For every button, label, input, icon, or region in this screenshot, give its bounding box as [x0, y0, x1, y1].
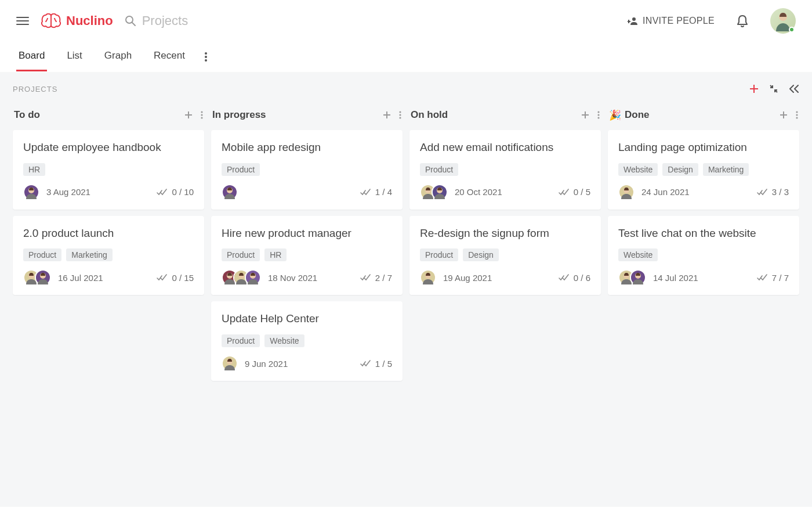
column-more-icon[interactable]	[597, 111, 600, 119]
brand-logo[interactable]: Nuclino	[41, 13, 113, 28]
checklist-icon	[757, 189, 767, 196]
card-tags: ProductMarketing	[23, 248, 194, 261]
svg-point-0	[126, 16, 133, 23]
avatar	[420, 269, 436, 286]
add-card-icon[interactable]	[383, 111, 391, 119]
progress-text: 0 / 6	[574, 273, 590, 283]
checklist-icon	[360, 189, 371, 196]
avatar	[432, 184, 448, 200]
collapse-icon[interactable]	[769, 84, 778, 93]
profile-avatar[interactable]	[770, 8, 796, 34]
card-date: 19 Aug 2021	[443, 273, 492, 283]
tab-list[interactable]: List	[64, 42, 84, 71]
invite-people-button[interactable]: INVITE PEOPLE	[628, 16, 715, 26]
card-footer: 20 Oct 2021 0 / 5	[420, 184, 590, 200]
checklist-icon	[360, 274, 371, 281]
tag: Product	[222, 163, 260, 176]
avatar	[222, 184, 238, 200]
card-progress: 1 / 5	[360, 359, 392, 369]
card[interactable]: Update Help Center ProductWebsite 9 Jun …	[211, 301, 403, 381]
card-title: Update employee handbook	[23, 140, 194, 155]
avatar	[23, 184, 39, 200]
card-title: Hire new product manager	[222, 226, 392, 241]
card[interactable]: Update employee handbook HR 3 Aug 2021 0…	[13, 130, 204, 210]
column-title-text: Done	[625, 109, 650, 121]
add-card-icon[interactable]	[581, 111, 589, 119]
card-title: Add new email notifications	[420, 140, 590, 155]
menu-icon[interactable]	[16, 17, 29, 25]
tab-graph[interactable]: Graph	[102, 42, 134, 71]
card-progress: 3 / 3	[757, 187, 789, 197]
column-header: To do	[13, 106, 204, 124]
card[interactable]: Add new email notifications Product 20 O…	[409, 130, 601, 210]
card[interactable]: Landing page optimization WebsiteDesignM…	[608, 130, 799, 210]
card-tags: WebsiteDesignMarketing	[618, 163, 789, 176]
card-date: 16 Jul 2021	[58, 273, 103, 283]
checklist-icon	[757, 274, 767, 281]
search-input[interactable]	[142, 13, 293, 28]
card[interactable]: 2.0 product launch ProductMarketing 16 J…	[13, 216, 204, 296]
notifications-icon[interactable]	[737, 15, 748, 27]
progress-text: 3 / 3	[772, 187, 789, 197]
tag: Website	[618, 248, 658, 261]
column-more-icon[interactable]	[399, 111, 401, 119]
tag: Design	[463, 248, 499, 261]
checklist-icon	[559, 189, 569, 196]
tab-more-icon[interactable]	[205, 52, 207, 62]
avatar	[222, 355, 238, 372]
card-title: Mobile app redesign	[222, 140, 392, 155]
column-more-icon[interactable]	[201, 111, 203, 119]
avatar-stack	[618, 184, 635, 200]
card-progress: 7 / 7	[757, 273, 789, 283]
card[interactable]: Test live chat on the website Website 14…	[608, 216, 799, 296]
column-header: On hold	[409, 106, 601, 124]
search[interactable]	[125, 13, 293, 28]
card-meta: 19 Aug 2021	[420, 269, 492, 286]
card-title: 2.0 product launch	[23, 226, 194, 241]
card-footer: 24 Jun 2021 3 / 3	[618, 184, 789, 200]
board-title: PROJECTS	[13, 85, 57, 93]
hide-sidebar-icon[interactable]	[789, 85, 799, 93]
column: On hold Add new email notifications Prod…	[409, 106, 601, 387]
tab-board[interactable]: Board	[16, 42, 47, 71]
avatar-stack	[23, 184, 39, 200]
card[interactable]: Re-design the signup form ProductDesign …	[409, 216, 601, 296]
brain-icon	[41, 13, 61, 28]
tag: Product	[222, 248, 260, 261]
columns: To do Update employee handbook HR 3 Aug …	[13, 106, 799, 387]
card[interactable]: Hire new product manager ProductHR 18 No…	[211, 216, 403, 296]
card-meta: 9 Jun 2021	[222, 355, 288, 372]
card-footer: 3 Aug 2021 0 / 10	[23, 184, 194, 200]
tag: Marketing	[703, 163, 749, 176]
column-title: 🎉 Done	[609, 109, 650, 121]
card-date: 24 Jun 2021	[641, 187, 690, 197]
card-meta	[222, 184, 238, 200]
add-card-icon[interactable]	[780, 111, 788, 119]
add-column-icon[interactable]	[749, 84, 759, 93]
card-title: Update Help Center	[222, 312, 392, 326]
board-actions	[749, 84, 799, 93]
card-tags: ProductHR	[222, 248, 392, 261]
column: In progress Mobile app redesign Product …	[211, 106, 403, 387]
column-emoji-icon: 🎉	[609, 109, 621, 121]
column-title-text: To do	[14, 109, 40, 121]
card-footer: 14 Jul 2021 7 / 7	[618, 269, 789, 286]
tag: Design	[662, 163, 698, 176]
invite-icon	[628, 17, 638, 25]
svg-point-50	[796, 111, 798, 113]
card-title: Re-design the signup form	[420, 226, 590, 241]
svg-point-51	[796, 114, 798, 116]
column-more-icon[interactable]	[796, 111, 798, 119]
tag: Product	[420, 248, 458, 261]
svg-point-2	[632, 17, 636, 21]
card-progress: 1 / 4	[360, 187, 392, 197]
card-meta: 16 Jul 2021	[23, 269, 103, 286]
card[interactable]: Mobile app redesign Product 1 / 4	[211, 130, 403, 210]
add-card-icon[interactable]	[184, 111, 193, 119]
svg-point-8	[205, 59, 207, 62]
svg-point-52	[796, 117, 798, 118]
tab-recent[interactable]: Recent	[151, 42, 187, 71]
card-tags: Product	[222, 163, 392, 176]
svg-point-24	[399, 111, 401, 113]
avatar-stack	[222, 269, 261, 286]
